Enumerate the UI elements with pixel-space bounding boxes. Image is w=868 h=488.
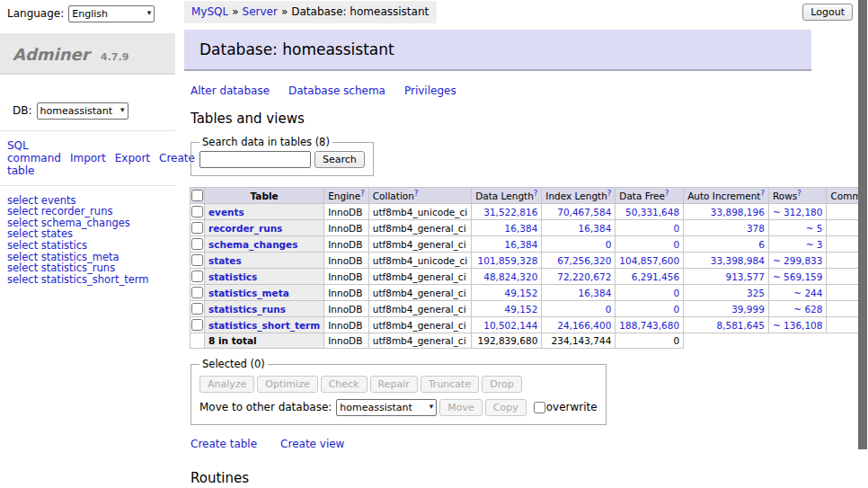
data-free-link[interactable]: 6,291,456 [619, 271, 679, 282]
overwrite-checkbox[interactable] [534, 402, 545, 413]
privileges-link[interactable]: Privileges [404, 84, 456, 97]
help-icon[interactable]: ? [534, 188, 538, 197]
table-name-link[interactable]: statistics_short_term [208, 320, 320, 331]
table-name-link[interactable]: schema_changes [208, 239, 298, 250]
auto-increment-link[interactable]: 8,581,645 [687, 320, 765, 331]
rows-link[interactable]: ~ 569,159 [773, 271, 823, 282]
data-length-link[interactable]: 101,859,328 [475, 255, 537, 266]
table-name-link[interactable]: events [208, 207, 244, 217]
auto-increment-link[interactable]: 33,898,196 [687, 207, 765, 217]
data-length-link[interactable]: 49,152 [475, 304, 537, 315]
data-free-link[interactable]: 0 [619, 223, 679, 234]
sidebar-item-select-table[interactable]: select statistics [7, 240, 168, 252]
table-name-link[interactable]: states [208, 255, 242, 266]
row-checkbox[interactable] [191, 222, 203, 234]
data-free-link[interactable]: 188,743,680 [619, 320, 679, 331]
index-length-link[interactable]: 24,166,400 [545, 320, 611, 331]
truncate-button[interactable]: Truncate [421, 376, 479, 393]
main-content: MySQL»Server»Database: homeassistant Dat… [184, 0, 824, 488]
index-length-link[interactable]: 16,384 [545, 288, 611, 298]
row-checkbox[interactable] [191, 287, 203, 298]
auto-increment-link[interactable]: 6 [687, 239, 765, 250]
table-name-link[interactable]: statistics_meta [208, 288, 289, 298]
data-free-link[interactable]: 104,857,600 [619, 255, 679, 266]
row-checkbox[interactable] [191, 206, 203, 217]
data-length-link[interactable]: 10,502,144 [475, 320, 537, 331]
db-select[interactable]: homeassistant [37, 102, 128, 120]
auto-increment-link[interactable]: 913,577 [687, 271, 765, 282]
row-checkbox[interactable] [191, 303, 203, 315]
sidebar-item-select-table[interactable]: select statistics_runs [7, 262, 168, 274]
rows-link[interactable]: ~ 5 [773, 223, 823, 234]
table-name-link[interactable]: recorder_runs [208, 223, 282, 234]
index-length-link[interactable]: 70,467,584 [545, 207, 611, 217]
select-all-checkbox[interactable] [191, 190, 203, 201]
data-free-link[interactable]: 0 [619, 288, 679, 298]
rows-link[interactable]: ~ 244 [773, 288, 823, 298]
repair-button[interactable]: Repair [370, 376, 418, 393]
analyze-button[interactable]: Analyze [199, 376, 254, 393]
data-free-link[interactable]: 50,331,648 [619, 207, 679, 217]
rows-link[interactable]: ~ 3 [773, 239, 823, 250]
auto-increment-link[interactable]: 325 [687, 288, 765, 298]
sidebar-item-import[interactable]: Import [70, 152, 106, 164]
data-length-link[interactable]: 48,824,320 [475, 271, 537, 282]
help-icon[interactable]: ? [797, 188, 802, 197]
alter-database-link[interactable]: Alter database [190, 84, 270, 97]
rows-link[interactable]: ~ 312,180 [773, 207, 823, 217]
auto-increment-cell: 39,999 [684, 301, 769, 317]
row-checkbox[interactable] [191, 319, 203, 331]
sidebar-item-export[interactable]: Export [115, 152, 150, 164]
rows-link[interactable]: ~ 299,833 [773, 255, 823, 266]
index-length-link[interactable]: 67,256,320 [545, 255, 611, 266]
data-length-link[interactable]: 16,384 [475, 223, 537, 234]
move-button[interactable]: Move [439, 399, 483, 416]
row-checkbox[interactable] [191, 254, 203, 266]
index-length-link[interactable]: 0 [545, 239, 611, 250]
auto-increment-link[interactable]: 39,999 [687, 304, 765, 315]
check-button[interactable]: Check [321, 376, 368, 393]
help-icon[interactable]: ? [760, 188, 765, 197]
help-icon[interactable]: ? [665, 188, 669, 197]
rows-link[interactable]: ~ 136,108 [773, 320, 823, 331]
rows-link[interactable]: ~ 628 [773, 304, 823, 315]
help-icon[interactable]: ? [414, 188, 419, 197]
auto-increment-cell: 33,898,196 [684, 204, 769, 220]
row-checkbox[interactable] [191, 238, 203, 250]
optimize-button[interactable]: Optimize [257, 376, 317, 393]
drop-button[interactable]: Drop [482, 376, 521, 393]
index-length-link[interactable]: 72,220,672 [545, 271, 611, 282]
index-length-link[interactable]: 16,384 [545, 223, 611, 234]
move-db-select[interactable]: homeassistant [336, 399, 437, 416]
help-icon[interactable]: ? [360, 188, 365, 197]
search-button[interactable]: Search [314, 151, 365, 168]
data-length-link[interactable]: 31,522,816 [475, 207, 537, 217]
breadcrumb-link-mysql[interactable]: MySQL [191, 5, 228, 18]
db-select-row: DB:homeassistant▾ [0, 89, 175, 131]
scrollbar-thumb[interactable] [858, 0, 867, 449]
auto-increment-link[interactable]: 33,398,984 [687, 255, 765, 266]
sidebar-item-sql-command[interactable]: SQL command [7, 139, 61, 164]
row-checkbox[interactable] [191, 271, 203, 282]
logout-button[interactable]: Logout [802, 4, 853, 21]
sidebar-item-select-table[interactable]: select statistics_short_term [7, 274, 168, 286]
data-free-link[interactable]: 0 [619, 239, 679, 250]
sidebar-item-select-table[interactable]: select recorder_runs [7, 206, 168, 217]
data-length-link[interactable]: 49,152 [475, 288, 537, 298]
table-name-link[interactable]: statistics [208, 271, 257, 282]
breadcrumb-link-server[interactable]: Server [243, 5, 278, 18]
index-length-cell: 24,166,400 [542, 317, 616, 333]
table-name-link[interactable]: statistics_runs [208, 304, 286, 315]
index-length-link[interactable]: 0 [545, 304, 611, 315]
data-length-link[interactable]: 16,384 [475, 239, 537, 250]
auto-increment-link[interactable]: 378 [687, 223, 765, 234]
database-schema-link[interactable]: Database schema [288, 84, 385, 97]
search-input[interactable] [199, 151, 311, 168]
scrollbar-track[interactable] [858, 0, 868, 488]
language-select[interactable]: English [68, 5, 155, 22]
create-table-link[interactable]: Create table [190, 438, 257, 450]
copy-button[interactable]: Copy [485, 399, 527, 416]
create-view-link[interactable]: Create view [280, 438, 344, 450]
help-icon[interactable]: ? [607, 188, 612, 197]
data-free-link[interactable]: 0 [619, 304, 679, 315]
